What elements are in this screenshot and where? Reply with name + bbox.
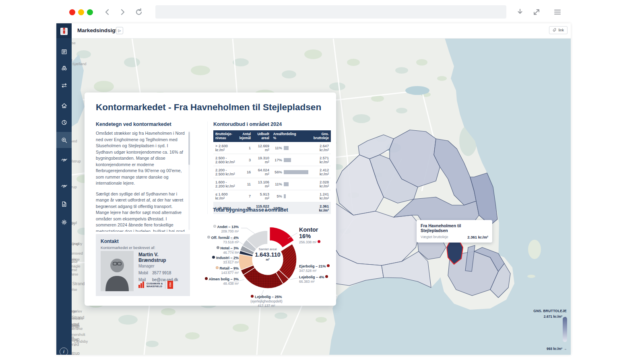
map-label: Ølsemagle	[72, 264, 80, 268]
contact-name: Martin V. Brændstrup	[138, 252, 187, 263]
donut-center-unit: m²	[246, 258, 289, 261]
map-label: Havdrup	[72, 241, 79, 246]
play-button[interactable]: ▷	[116, 27, 123, 34]
legend-title: GNS. BRUTTOLEJE	[530, 309, 567, 313]
news-icon	[61, 48, 68, 55]
handshake-icon	[61, 156, 68, 163]
donut-label-hotel: Hotel – 3%46.774 m²	[194, 246, 239, 255]
sidebar-item-news[interactable]	[56, 43, 72, 60]
map-label: Solrød Strand	[72, 281, 85, 286]
sidebar-item-swap-arrows[interactable]	[56, 77, 72, 93]
app-logo[interactable]	[56, 23, 72, 38]
legend-max: 2.671 kr./m² →	[530, 315, 567, 319]
map-label: Ortved	[72, 139, 77, 143]
table-column-header: Bruttoleje- niveau	[213, 130, 237, 142]
sidebar-item-search-zoom[interactable]	[56, 132, 72, 148]
contact-role: Manager	[138, 264, 187, 268]
donut-center-value: 1.643.110	[246, 251, 289, 258]
donut-label-industri: Industri – 2%33.617 m²	[194, 256, 239, 264]
map-label: Glostrup	[72, 351, 80, 355]
legend-dot	[318, 240, 320, 243]
app-header: Markedsindsigt ▷ link	[72, 23, 571, 39]
forward-icon[interactable]	[118, 8, 127, 16]
company-name-line2: WAKEFIELD	[147, 285, 162, 288]
traffic-light-zoom[interactable]	[87, 9, 93, 15]
table-row: > 2.600 kr./m²112.669 m²11%2.647 kr./m²	[213, 142, 331, 154]
red-logo: RED	[167, 281, 173, 289]
map-label: Jersie	[72, 257, 76, 261]
card-title: Kontormarkedet - Fra Havneholmen til Ste…	[96, 102, 321, 113]
table-column-header: Arealfordeling %	[271, 130, 311, 142]
donut-label-lejebolig-opdelt: Lejebolig – 25%(ejerlejlighedsopdelt)417…	[232, 295, 301, 308]
map-label: Borup	[72, 185, 77, 189]
sidebar-item-handshake-alt[interactable]	[56, 178, 72, 194]
back-icon[interactable]	[103, 8, 112, 16]
table-column-header: Udbudt areal	[253, 130, 271, 142]
url-bar[interactable]	[155, 5, 506, 19]
page-title: Markedsindsigt	[77, 27, 117, 33]
legend-dot	[216, 266, 219, 269]
table-column-header: Antal lejemål	[237, 130, 253, 142]
traffic-light-close[interactable]	[69, 9, 75, 15]
sidebar-item-pie-chart[interactable]	[56, 114, 72, 130]
link-button[interactable]: link	[549, 26, 568, 34]
contact-mobile-label: Mobil	[138, 271, 149, 275]
sidebar-item-handshake[interactable]	[56, 152, 72, 168]
company-logos: CUSHMAN &WAKEFIELD RED	[138, 281, 173, 289]
table-row: 2.500 - 2.600 kr./m²319.310 m²17%2.571 k…	[213, 154, 331, 166]
building-mass-section: Total bygningsmasse i området Samlet are…	[207, 207, 325, 303]
table-row: ≤ 1.600 kr./m²75.913 m²5%1.241 kr./m²	[213, 190, 331, 202]
map-label: Ny Tolstrup	[72, 159, 80, 163]
legend-dot	[327, 264, 330, 267]
contact-mobile: 3577 9918	[152, 271, 171, 275]
map-label: Greve Strand	[72, 315, 84, 320]
search-zoom-icon	[61, 137, 68, 144]
traffic-light-minimize[interactable]	[78, 9, 84, 15]
download-icon[interactable]	[516, 8, 524, 16]
reload-icon[interactable]	[134, 8, 143, 16]
legend-min: 993 kr./m² →	[530, 347, 567, 351]
document-icon	[61, 201, 68, 208]
table-heading: Kontorudbud i området 2024	[213, 121, 325, 127]
legend-dot	[207, 236, 210, 239]
scrollbar-track[interactable]	[188, 131, 190, 230]
tooltip-value: 2.361 kr./m²	[467, 235, 488, 239]
donut-label-off-form-l: Off. formål – 4%73.518 m²	[194, 236, 239, 244]
sidebar-item-gear[interactable]	[56, 214, 72, 230]
description-scroll-area[interactable]: Området strækker sig fra Havneholmen i N…	[96, 130, 190, 232]
table-column-header: Gns. bruttoleje	[310, 130, 331, 142]
legend-dot	[251, 295, 254, 298]
legend-dot	[217, 246, 219, 249]
sidebar-item-document[interactable]	[56, 196, 72, 212]
sidebar-item-home[interactable]	[56, 97, 72, 113]
contact-subtext: Kontormarkedet er beskrevet af:	[101, 245, 185, 250]
expand-icon[interactable]	[532, 8, 541, 16]
browser-chrome	[0, 0, 644, 23]
map-legend: GNS. BRUTTOLEJE 2.671 kr./m² → 993 kr./m…	[530, 309, 567, 351]
sidebar-item-binoculars[interactable]	[56, 60, 72, 76]
menu-icon[interactable]	[553, 8, 562, 16]
donut-center: Samlet areal 1.643.110 m²	[246, 247, 289, 261]
tooltip-label: Vægtet bruttoleje	[421, 235, 448, 239]
donut-chart[interactable]: Samlet areal 1.643.110 m² Andet – 13%209…	[207, 216, 325, 303]
tooltip-title: Fra Havneholmen til Stejlepladsen	[421, 223, 488, 233]
chart-title: Total bygningsmasse i området	[213, 207, 325, 213]
map-tooltip: Fra Havneholmen til Stejlepladsen Vægtet…	[417, 220, 492, 243]
contact-heading: Kontakt	[101, 239, 185, 244]
legend-gradient-bar	[563, 317, 567, 342]
legend-dot	[213, 225, 216, 228]
swap-arrows-icon	[61, 82, 68, 89]
donut-slice-kontor[interactable]	[270, 227, 294, 248]
attribution-button[interactable]: i	[60, 348, 68, 355]
map-label: Taastrup	[72, 323, 80, 328]
donut-label-kontor: Kontor16%256.338 m²	[299, 226, 320, 244]
link-icon	[553, 28, 557, 32]
left-section-heading: Kendetegn ved kontormarkedet	[96, 121, 190, 127]
map[interactable]: Store LyngbyMeløseHillerødNivåØlstedUlle…	[72, 38, 571, 355]
gear-icon	[61, 219, 68, 226]
table-row: 2.200 - 2.500 kr./m²1664.024 m²56%2.412 …	[213, 166, 331, 178]
map-label: Gørløse	[72, 272, 78, 276]
report-card: Kontormarkedet - Fra Havneholmen til Ste…	[85, 93, 336, 306]
legend-dot	[212, 256, 215, 259]
scrollbar-thumb[interactable]	[188, 132, 190, 165]
